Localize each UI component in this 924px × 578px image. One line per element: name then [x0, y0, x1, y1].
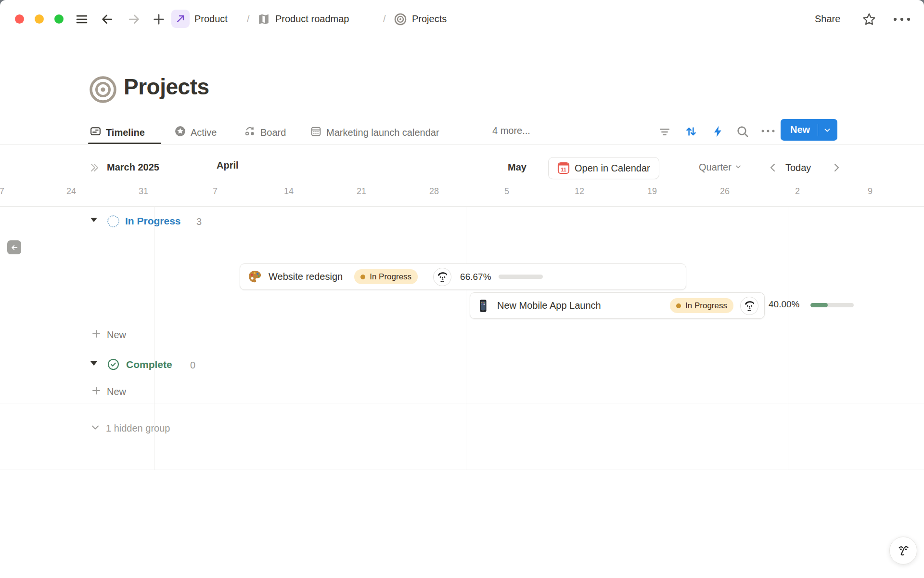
status-dot-icon [676, 303, 681, 308]
date-tick: 24 [66, 186, 76, 197]
timeline-card-new-mobile-app-launch[interactable]: New Mobile App Launch In Progress [470, 292, 765, 319]
arrow-left-icon [10, 243, 19, 252]
collapse-group-icon[interactable] [90, 218, 97, 222]
progress-bar-fill [810, 303, 828, 307]
progress-percent: 40.00% [769, 299, 799, 310]
progress-percent: 66.67% [460, 272, 491, 282]
favorite-star-icon[interactable] [861, 12, 877, 27]
map-icon [257, 13, 270, 26]
star-circle-icon [174, 125, 186, 140]
new-row-label: New [107, 329, 126, 341]
more-options-icon[interactable] [891, 13, 912, 25]
notion-window: Product / Product roadmap / Projects Sha… [0, 0, 924, 578]
tab-board[interactable]: Board [244, 125, 286, 140]
tab-active[interactable]: Active [174, 125, 217, 140]
plus-icon [90, 385, 102, 399]
phone-icon [476, 299, 490, 313]
timeline-top-border [0, 206, 924, 207]
chevron-down-icon [90, 421, 101, 435]
new-button[interactable]: New [781, 119, 837, 141]
month-label: April [217, 159, 239, 171]
page-target-icon[interactable] [89, 75, 117, 104]
window-close-button[interactable] [15, 14, 24, 24]
previous-period-icon[interactable] [768, 162, 778, 173]
add-new-item-button[interactable]: New [90, 328, 126, 342]
active-tab-underline [88, 143, 161, 144]
new-button-label: New [781, 124, 818, 135]
window-zoom-button[interactable] [54, 14, 64, 24]
board-view-icon [244, 125, 256, 140]
notion-ai-button[interactable] [889, 537, 917, 565]
group-count: 3 [196, 216, 202, 228]
sidebar-menu-icon[interactable] [75, 12, 89, 26]
assignee-avatar [740, 297, 758, 315]
share-button[interactable]: Share [815, 13, 840, 25]
today-button[interactable]: Today [785, 162, 811, 174]
ai-face-icon [895, 542, 912, 559]
date-tick: 2 [795, 186, 800, 197]
page-title[interactable]: Projects [124, 73, 209, 101]
date-tick: 21 [357, 186, 366, 197]
collapse-group-icon[interactable] [90, 361, 97, 366]
tab-label: Active [191, 127, 217, 138]
tab-label: 4 more... [492, 125, 530, 136]
card-title: Website redesign [269, 271, 343, 282]
timeline-bottom-border [0, 470, 924, 470]
date-tick: 14 [284, 186, 294, 197]
status-dot-icon [360, 275, 365, 279]
add-new-item-button[interactable]: New [90, 385, 126, 399]
automation-bolt-icon[interactable] [711, 124, 725, 139]
new-page-plus-icon[interactable] [152, 12, 166, 26]
tab-label: Marketing launch calendar [326, 127, 439, 138]
complete-status-icon [107, 358, 120, 371]
group-label-complete[interactable]: Complete [126, 358, 172, 371]
forward-icon[interactable] [127, 12, 141, 26]
date-tick: 7 [0, 186, 4, 197]
in-progress-status-icon [107, 215, 119, 227]
date-tick: 26 [720, 186, 730, 197]
search-icon[interactable] [735, 124, 750, 139]
date-tick: 28 [429, 186, 439, 197]
chevron-down-icon[interactable] [818, 126, 837, 134]
hidden-group-toggle[interactable]: 1 hidden group [90, 421, 170, 435]
back-icon[interactable] [100, 12, 115, 26]
tabs-divider [0, 144, 924, 144]
date-tick: 9 [868, 186, 873, 197]
breadcrumb-separator: / [247, 13, 250, 25]
breadcrumb-item[interactable]: Product [194, 13, 228, 25]
palette-icon [247, 269, 262, 284]
timeline-scroll-left-button[interactable] [7, 240, 21, 254]
breadcrumb-separator: / [383, 13, 386, 25]
breadcrumb-item[interactable]: Projects [412, 13, 447, 25]
timeline-card-website-redesign[interactable]: Website redesign In Progress 66.67% [240, 263, 686, 290]
open-in-calendar-button[interactable]: 11 Open in Calendar [548, 157, 659, 179]
month-gridline [466, 206, 466, 470]
window-minimize-button[interactable] [35, 14, 44, 24]
progress-bar [499, 275, 543, 279]
view-options-icon[interactable] [759, 126, 777, 136]
group-label-in-progress[interactable]: In Progress [125, 215, 181, 227]
timeline-view-icon [90, 125, 102, 140]
status-badge: In Progress [670, 298, 733, 313]
timeline-zoom-select[interactable]: Quarter [699, 162, 742, 173]
progress-bar [810, 303, 854, 307]
month-label: March 2025 [107, 161, 159, 173]
status-label: In Progress [685, 301, 727, 311]
tab-marketing-launch-calendar[interactable]: Marketing launch calendar [310, 125, 439, 140]
scroll-months-back-icon[interactable] [88, 162, 101, 173]
tab-timeline[interactable]: Timeline [90, 125, 145, 140]
next-period-icon[interactable] [832, 162, 841, 173]
open-in-calendar-label: Open in Calendar [575, 163, 650, 174]
hidden-group-label: 1 hidden group [106, 423, 170, 434]
month-label: May [508, 161, 526, 173]
tab-more[interactable]: 4 more... [492, 125, 530, 136]
month-gridline [788, 206, 788, 470]
tab-label: Timeline [106, 127, 145, 138]
tab-label: Board [260, 127, 286, 138]
card-title: New Mobile App Launch [497, 300, 601, 311]
filter-icon[interactable] [657, 124, 672, 139]
sort-icon[interactable] [684, 124, 698, 139]
breadcrumb-item[interactable]: Product roadmap [275, 13, 349, 25]
breadcrumb-product-icon[interactable] [171, 10, 190, 28]
status-label: In Progress [370, 272, 411, 282]
